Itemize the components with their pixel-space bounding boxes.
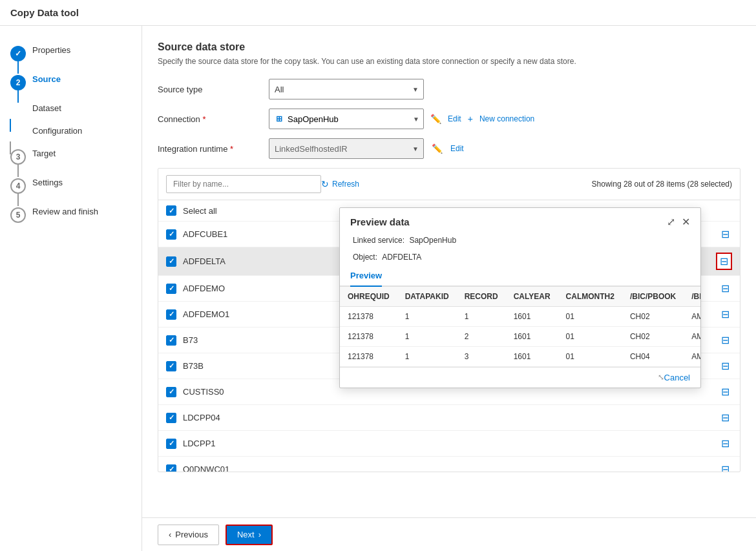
list-item[interactable]: O0DNWC01 ⊟: [158, 457, 740, 472]
sidebar-item-configuration[interactable]: Configuration: [0, 120, 142, 142]
sidebar-item-review[interactable]: 5 Review and finish: [0, 200, 142, 229]
preview-button[interactable]: ⊟: [719, 384, 732, 399]
item-checkbox[interactable]: [166, 256, 176, 267]
plus-icon: +: [468, 114, 473, 124]
step-circle-1: ✓: [10, 46, 26, 61]
main-content: Source data store Specify the source dat…: [142, 26, 756, 551]
footer: ‹ Previous Next ›: [142, 517, 756, 551]
preview-button[interactable]: ⊟: [719, 227, 732, 242]
cell-record: 2: [457, 327, 506, 347]
item-checkbox[interactable]: [166, 464, 176, 472]
refresh-icon: ↻: [321, 179, 329, 189]
step-circle-2: 2: [10, 75, 26, 90]
cell-calyear: 1601: [506, 307, 558, 327]
item-label: LDCPP1: [183, 439, 719, 448]
col-bicpbook: /BIC/PBOOK: [622, 287, 684, 307]
resize-handle: ⤡: [658, 373, 664, 382]
chevron-down-icon-2: ▼: [413, 116, 419, 123]
sidebar-item-source[interactable]: 2 Source: [0, 68, 142, 97]
select-all-checkbox[interactable]: [166, 205, 176, 216]
step-circle-3: 3: [10, 149, 26, 165]
connection-select-inner: ⊞ SapOpenHub ▼: [269, 109, 424, 129]
cancel-button[interactable]: Cancel: [664, 373, 690, 382]
source-type-label: Source type: [158, 85, 261, 94]
item-checkbox[interactable]: [166, 229, 176, 240]
linked-service-label: Linked service:: [353, 236, 404, 245]
section-title: Source data store: [158, 41, 740, 53]
sidebar-item-settings[interactable]: 4 Settings: [0, 171, 142, 200]
preview-button[interactable]: ⊟: [719, 462, 732, 472]
filter-input[interactable]: [166, 175, 321, 193]
item-checkbox[interactable]: [166, 309, 176, 320]
sidebar-label-dataset: Dataset: [32, 103, 61, 113]
section-desc: Specify the source data store for the co…: [158, 57, 740, 66]
cell-bi: AM: [684, 347, 700, 367]
item-checkbox[interactable]: [166, 439, 176, 449]
source-type-row: Source type All ▼: [158, 79, 740, 99]
tab-preview[interactable]: Preview: [350, 267, 382, 287]
source-type-select-wrapper: All ▼: [269, 79, 424, 99]
list-toolbar: ↻ Refresh Showing 28 out of 28 items (28…: [158, 169, 740, 200]
sidebar-label-source: Source: [32, 74, 61, 84]
preview-button[interactable]: ⊟: [719, 359, 732, 373]
sidebar-item-dataset[interactable]: Dataset: [0, 97, 142, 120]
previous-button[interactable]: ‹ Previous: [158, 525, 219, 545]
item-checkbox[interactable]: [166, 335, 176, 346]
sidebar-label-settings: Settings: [32, 178, 63, 187]
cell-ohrequid: 121378: [340, 327, 397, 347]
list-item[interactable]: LDCPP1 ⊟: [158, 431, 740, 457]
item-checkbox[interactable]: [166, 284, 176, 294]
item-checkbox[interactable]: [166, 413, 176, 423]
preview-button-active[interactable]: ⊟: [716, 253, 732, 270]
cell-calyear: 1601: [506, 327, 558, 347]
new-connection-link[interactable]: New connection: [479, 114, 534, 123]
item-label: LDCPP04: [183, 413, 719, 422]
edit-icon: ✏️: [430, 114, 441, 124]
edit-ir-link[interactable]: Edit: [450, 144, 464, 153]
linked-service-value: SapOpenHub: [409, 236, 456, 245]
source-type-select[interactable]: All: [269, 79, 424, 99]
preview-table-wrap: OHREQUID DATAPAKID RECORD CALYEAR CALMON…: [340, 287, 700, 367]
ir-select[interactable]: LinkedSelfhostedIR: [269, 138, 424, 159]
preview-button[interactable]: ⊟: [719, 436, 732, 451]
cell-calmonth2: 01: [558, 347, 622, 367]
step-circle-5: 5: [10, 207, 26, 223]
item-checkbox[interactable]: [166, 361, 176, 371]
edit-link[interactable]: Edit: [448, 114, 461, 123]
item-checkbox[interactable]: [166, 387, 176, 397]
close-icon[interactable]: ✕: [682, 216, 690, 228]
sidebar-item-properties[interactable]: ✓ Properties: [0, 39, 142, 68]
preview-title: Preview data: [350, 216, 410, 227]
col-calyear: CALYEAR: [506, 287, 558, 307]
cell-record: 3: [457, 347, 506, 367]
preview-meta: Linked service: SapOpenHub: [340, 233, 700, 250]
sidebar-item-target[interactable]: 3 Target: [0, 142, 142, 171]
list-item[interactable]: LDCPP04 ⊟: [158, 405, 740, 431]
connection-select[interactable]: SapOpenHub: [288, 114, 410, 124]
sidebar-label-target: Target: [32, 149, 56, 158]
refresh-button[interactable]: ↻ Refresh: [321, 179, 359, 189]
preview-button[interactable]: ⊟: [719, 307, 732, 322]
object-value: ADFDELTA: [382, 253, 421, 262]
step-circle-4: 4: [10, 178, 26, 194]
preview-button[interactable]: ⊟: [719, 333, 732, 348]
cell-ohrequid: 121378: [340, 307, 397, 327]
integration-runtime-label: Integration runtime *: [158, 144, 261, 154]
table-row: 121378 1 1 1601 01 CH02 AM: [340, 307, 700, 327]
col-calmonth2: CALMONTH2: [558, 287, 622, 307]
col-bi: /BI: [684, 287, 700, 307]
preview-button[interactable]: ⊟: [719, 281, 732, 296]
next-button[interactable]: Next ›: [226, 525, 273, 545]
cell-calmonth2: 01: [558, 307, 622, 327]
chevron-right-icon: ›: [258, 530, 261, 539]
expand-icon[interactable]: ⤢: [667, 216, 675, 228]
edit-icon-ir: ✏️: [432, 143, 443, 154]
preview-table: OHREQUID DATAPAKID RECORD CALYEAR CALMON…: [340, 287, 700, 367]
top-bar: Copy Data tool: [0, 0, 756, 26]
showing-text: Showing 28 out of 28 items (28 selected): [592, 180, 732, 189]
sidebar: ✓ Properties 2 Source Dataset Configurat…: [0, 26, 142, 551]
connection-label: Connection *: [158, 114, 261, 124]
preview-button[interactable]: ⊟: [719, 410, 732, 425]
table-row: 121378 1 3 1601 01 CH04 AM: [340, 347, 700, 367]
table-row: 121378 1 2 1601 01 CH02 AM: [340, 327, 700, 347]
